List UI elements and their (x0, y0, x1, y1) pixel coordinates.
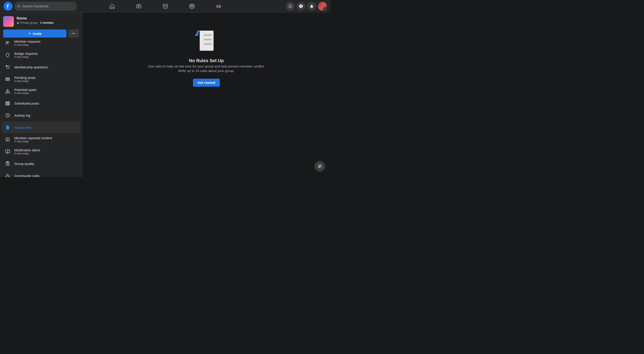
svg-rect-36 (204, 34, 212, 36)
sidebar-item-community-rules[interactable]: Community rules (2, 170, 80, 177)
edit-fab-button[interactable] (314, 161, 325, 172)
calendar-grid-icon (4, 99, 12, 107)
svg-point-0 (18, 5, 20, 7)
more-button[interactable] (68, 29, 79, 37)
group-privacy: Private group (20, 21, 37, 24)
sidebar-item-sub: 0 new today (14, 140, 52, 143)
search-box[interactable] (14, 2, 77, 11)
grid-icon (288, 4, 292, 8)
sidebar-item-member-requests[interactable]: Member requests 0 new today (2, 37, 80, 49)
svg-point-6 (193, 5, 194, 6)
svg-point-5 (190, 5, 191, 6)
sidebar-item-label: Group quality (14, 162, 34, 166)
alert-bubble-icon (4, 147, 12, 156)
svg-point-9 (220, 6, 220, 7)
main-content: No Rules Set Up Use rules to help set th… (82, 12, 330, 177)
topbar-right (286, 2, 327, 11)
sidebar-item-pending-posts[interactable]: Pending posts 0 new today (2, 73, 80, 85)
svg-point-12 (291, 5, 292, 5)
nav-marketplace[interactable] (153, 1, 178, 12)
empty-state-title: No Rules Set Up (189, 58, 224, 63)
sidebar-item-membership-questions[interactable]: Membership questions (2, 61, 80, 73)
svg-point-14 (290, 6, 291, 6)
sidebar-item-label: Member requests (14, 39, 40, 43)
sidebar-item-label: Group rules (14, 126, 32, 129)
sidebar-item-sub: 0 new today (14, 43, 40, 46)
sidebar-item-label: Community rules (14, 174, 40, 177)
empty-state-illustration (194, 29, 219, 54)
svg-point-8 (219, 6, 220, 6)
marketplace-icon (162, 3, 168, 9)
sidebar-item-label: Moderation alerts (14, 148, 40, 152)
notifications-button[interactable] (307, 2, 316, 11)
svg-rect-27 (6, 102, 10, 105)
topbar (0, 0, 330, 12)
gaming-icon (216, 3, 222, 9)
bell-icon (310, 4, 314, 8)
sidebar-item-moderation-alerts[interactable]: Moderation alerts 0 new today (2, 146, 80, 157)
sidebar-item-label: Member-reported content (14, 136, 52, 140)
report-square-icon (4, 135, 12, 143)
group-image[interactable] (3, 16, 14, 27)
svg-point-37 (202, 39, 202, 40)
sidebar-item-scheduled-posts[interactable]: Scheduled posts (2, 97, 80, 109)
nav-home[interactable] (100, 1, 124, 12)
clock-icon (4, 111, 12, 119)
svg-point-35 (202, 34, 202, 35)
sidebar-item-sub: 0 new today (14, 92, 36, 95)
community-icon (4, 172, 12, 177)
dots-icon (71, 31, 76, 36)
watch-icon (136, 3, 142, 9)
svg-point-22 (6, 41, 8, 43)
svg-rect-40 (204, 43, 212, 45)
groups-icon (189, 3, 195, 9)
clipboard-icon (4, 160, 12, 168)
sidebar-item-label: Potential spam (14, 88, 36, 92)
document-icon (4, 123, 12, 131)
nav-gaming[interactable] (206, 1, 231, 12)
sidebar-item-label: Badge requests (14, 52, 38, 55)
svg-point-21 (74, 33, 75, 34)
messenger-button[interactable] (296, 2, 306, 11)
sidebar-item-sub: 0 new today (14, 79, 36, 83)
nav-groups[interactable] (180, 1, 204, 12)
sidebar-item-group-quality[interactable]: Group quality (2, 158, 80, 169)
svg-point-13 (289, 6, 289, 6)
sidebar-item-group-rules[interactable]: Group rules (2, 122, 80, 133)
svg-line-1 (19, 7, 20, 7)
group-members: 1 member (40, 21, 54, 24)
svg-point-15 (291, 6, 292, 6)
invite-button[interactable]: Invite (3, 29, 66, 37)
person-plus-icon (4, 39, 12, 47)
sidebar: Name Private group · 1 member Invite (0, 12, 82, 177)
sidebar-item-activity-log[interactable]: Activity log (2, 109, 80, 121)
edit-icon (318, 164, 322, 169)
sidebar-item-badge-requests[interactable]: Badge requests 0 new today (2, 49, 80, 61)
question-list-icon (4, 63, 12, 71)
sidebar-item-potential-spam[interactable]: Potential spam 0 new today (2, 85, 80, 97)
get-started-button[interactable]: Get started (193, 79, 220, 87)
home-icon (109, 3, 115, 9)
group-name[interactable]: Name (16, 16, 54, 20)
sidebar-item-label: Pending posts (14, 76, 36, 79)
sidebar-item-label: Membership questions (14, 65, 48, 69)
svg-point-39 (202, 43, 202, 44)
sidebar-item-sub: 0 new today (14, 152, 40, 155)
svg-point-11 (290, 5, 291, 5)
svg-point-20 (73, 33, 74, 34)
menu-button[interactable] (286, 2, 295, 11)
sidebar-item-member-reported[interactable]: Member-reported content 0 new today (2, 134, 80, 145)
search-icon (17, 4, 20, 8)
group-header: Name Private group · 1 member (2, 16, 80, 29)
svg-point-25 (6, 78, 7, 79)
top-nav (100, 1, 231, 12)
group-meta: Private group · 1 member (16, 21, 54, 24)
search-input[interactable] (22, 4, 74, 8)
account-avatar[interactable] (318, 2, 327, 11)
sidebar-item-label: Activity log (14, 113, 30, 117)
facebook-logo[interactable] (4, 2, 12, 11)
nav-watch[interactable] (126, 1, 151, 12)
post-card-icon (4, 75, 12, 83)
svg-point-18 (291, 7, 292, 7)
svg-rect-34 (200, 31, 214, 51)
